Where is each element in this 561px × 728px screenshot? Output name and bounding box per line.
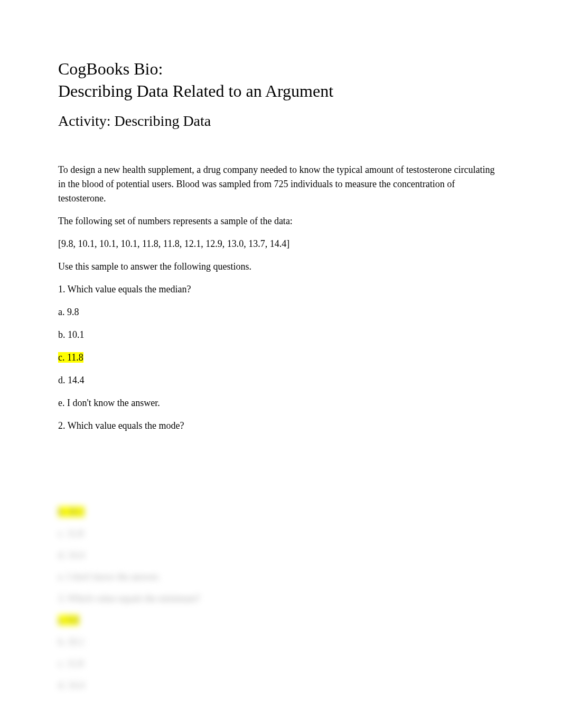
subtitle: Activity: Describing Data [58,112,503,131]
main-title: CogBooks Bio: Describing Data Related to… [58,58,503,102]
q1-option-b: b. 10.1 [58,328,503,342]
blurred-option-b1: b. 10.1 [58,505,503,519]
blurred-highlight-1: b. 10.1 [58,506,85,517]
blurred-option-c1: c. 11.8 [58,527,503,541]
blurred-option-c2: c. 11.8 [58,657,503,671]
intro-paragraph-2: The following set of numbers represents … [58,214,503,228]
blurred-option-e1: e. I don't know the answer. [58,570,503,584]
intro-paragraph-3: Use this sample to answer the following … [58,260,503,274]
q1-option-c-highlight: c. 11.8 [58,352,83,363]
title-line-1: CogBooks Bio: [58,58,503,80]
q1-option-e: e. I don't know the answer. [58,396,503,410]
q1-option-c: c. 11.8 [58,351,503,365]
blurred-highlight-2: a. 9.8 [58,615,79,625]
question-1-prompt: 1. Which value equals the median? [58,282,503,297]
blurred-content: b. 10.1 c. 11.8 d. 14.4 e. I don't know … [58,505,503,693]
dataset-values: [9.8, 10.1, 10.1, 10.1, 11.8, 11.8, 12.1… [58,237,503,251]
blurred-question-3: 3. Which value equals the minimum? [58,592,503,606]
q1-option-a: a. 9.8 [58,305,503,319]
blurred-option-a2: a. 9.8 [58,613,503,628]
blurred-option-d1: d. 14.4 [58,548,503,563]
question-2-prompt: 2. Which value equals the mode? [58,419,503,433]
title-line-2: Describing Data Related to an Argument [58,80,503,103]
q1-option-d: d. 14.4 [58,373,503,388]
blurred-option-d2: d. 14.4 [58,678,503,693]
intro-paragraph-1: To design a new health supplement, a dru… [58,163,503,206]
blurred-option-b2: b. 10.1 [58,635,503,649]
